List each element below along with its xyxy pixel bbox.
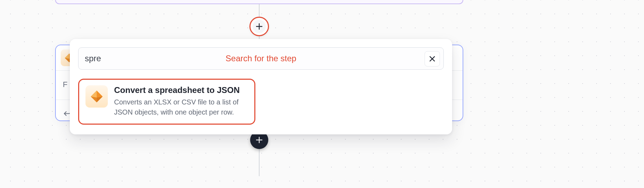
search-hint-label: Search for the step bbox=[226, 54, 297, 63]
step-field-label: F bbox=[63, 80, 67, 89]
spreadsheet-octahedron-icon bbox=[90, 90, 103, 103]
close-icon bbox=[428, 55, 436, 63]
svg-marker-15 bbox=[97, 91, 103, 97]
search-field-wrap[interactable]: Search for the step bbox=[78, 47, 444, 70]
clear-search-button[interactable] bbox=[425, 51, 440, 66]
search-input[interactable] bbox=[85, 54, 155, 63]
result-text: Convert a spreadsheet to JSON Converts a… bbox=[114, 85, 248, 117]
step-search-popup: Search for the step Convert a spreadshee… bbox=[70, 39, 452, 134]
connector-line bbox=[259, 4, 260, 17]
svg-marker-16 bbox=[91, 91, 97, 97]
svg-marker-6 bbox=[65, 53, 69, 58]
connector-line bbox=[259, 148, 260, 176]
plus-icon bbox=[255, 136, 263, 144]
result-icon bbox=[85, 85, 108, 108]
result-title: Convert a spreadsheet to JSON bbox=[114, 85, 248, 95]
plus-icon bbox=[255, 22, 263, 31]
search-result-item[interactable]: Convert a spreadsheet to JSON Converts a… bbox=[78, 79, 255, 125]
result-description: Converts an XLSX or CSV file to a list o… bbox=[114, 97, 248, 117]
add-step-button[interactable] bbox=[249, 17, 269, 36]
previous-step-card bbox=[55, 0, 463, 4]
